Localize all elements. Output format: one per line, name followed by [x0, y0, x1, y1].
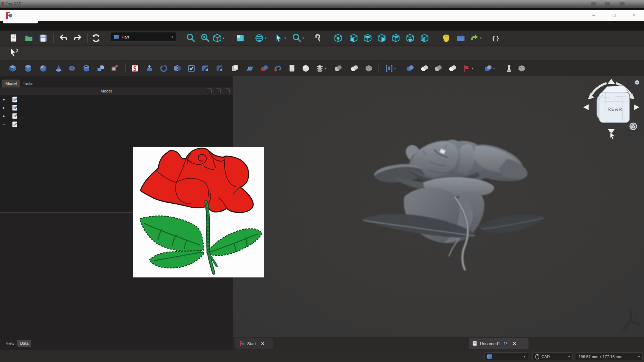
view-isometric-icon[interactable] [334, 33, 343, 43]
view-fit-all-icon[interactable] [186, 33, 196, 43]
selection-filter-icon[interactable] [8, 47, 19, 58]
part-mirror-icon[interactable] [173, 64, 182, 73]
nav-arrow-left[interactable] [583, 104, 589, 110]
part-primitives-icon[interactable] [96, 64, 105, 73]
window-minimize-button[interactable]: – [586, 10, 601, 21]
tab-tasks[interactable]: Tasks [19, 80, 36, 87]
menu-bar[interactable] [0, 21, 644, 31]
document-tab-unnamed1-1[interactable]: Unnamed1 : 1*✕ [469, 338, 529, 349]
redo-icon[interactable] [73, 33, 83, 43]
part-boolean-icon[interactable] [406, 64, 414, 73]
part-import-icon[interactable] [131, 64, 139, 73]
selection-mode-icon[interactable]: ▾ [274, 33, 286, 43]
close-icon[interactable]: ✕ [261, 341, 264, 346]
chevron-down-icon[interactable]: ▾ [302, 36, 304, 40]
part-sweep-icon[interactable] [273, 64, 282, 73]
part-offset-icon[interactable] [288, 64, 296, 73]
draw-style-icon[interactable]: ▾ [254, 33, 267, 43]
window-close-button[interactable]: × [627, 10, 641, 21]
tab-data[interactable]: Data [17, 340, 31, 347]
texture-tool-icon[interactable] [441, 33, 451, 43]
zoom-tool-icon[interactable]: ▾ [292, 33, 304, 43]
tree-item[interactable]: ▶ [0, 112, 233, 120]
overlay-window-buttons[interactable] [591, 2, 634, 5]
braces-tool-icon[interactable]: { } [491, 33, 501, 43]
view-fit-selection-icon[interactable] [200, 33, 210, 43]
tree-option-icon-2[interactable] [216, 89, 221, 93]
tab-model[interactable]: Model [2, 80, 20, 87]
part-defeaturing-icon[interactable] [364, 64, 373, 73]
measure-icon[interactable] [313, 33, 323, 43]
view-axonometric-icon[interactable]: ▾ [212, 33, 225, 43]
part-torus-icon[interactable] [68, 64, 76, 73]
part-revolve-icon[interactable] [159, 64, 168, 73]
part-cross-sections-icon[interactable]: ▾ [316, 64, 327, 73]
nav-cube-body[interactable]: REAR [597, 86, 630, 123]
nav-home-cube-icon[interactable] [630, 123, 637, 130]
tree-item[interactable]: ▶ [0, 104, 233, 112]
part-compound-b-icon[interactable] [350, 64, 359, 73]
part-compound-icon[interactable]: ▾ [385, 64, 396, 73]
tree-item[interactable]: ─ [0, 120, 233, 128]
chevron-down-icon[interactable]: ▾ [472, 67, 473, 70]
part-sphere-icon[interactable] [39, 64, 47, 73]
part-loft-icon[interactable] [260, 64, 269, 73]
part-union-icon[interactable] [434, 64, 443, 73]
part-chamfer-icon[interactable] [215, 64, 224, 73]
part-ruled-surface-icon[interactable] [230, 64, 239, 73]
part-box-gray-icon[interactable] [517, 64, 526, 73]
view-top-icon[interactable] [363, 33, 373, 43]
tree-option-icon-3[interactable] [225, 89, 230, 93]
part-compound-a-icon[interactable] [334, 64, 343, 73]
folder-tool-icon[interactable] [456, 33, 466, 43]
navigation-style-combo[interactable]: CAD ▾ [532, 352, 573, 361]
chevron-down-icon[interactable]: ▾ [493, 67, 495, 70]
document-tab-start[interactable]: Start✕ [235, 338, 273, 349]
chevron-down-icon[interactable]: ▾ [325, 67, 327, 70]
macro-run-icon[interactable]: ▾ [470, 33, 482, 43]
save-document-icon[interactable] [38, 33, 48, 43]
chevron-down-icon[interactable]: ▾ [284, 36, 286, 40]
part-cylinder-icon[interactable] [24, 64, 32, 73]
tree-item[interactable]: ▶ [0, 95, 233, 103]
part-shapebuilder-icon[interactable] [110, 64, 119, 73]
open-document-icon[interactable] [24, 33, 34, 43]
collapse-arrow-icon[interactable]: ─ [0, 122, 8, 126]
close-icon[interactable]: ✕ [513, 341, 516, 346]
part-split-icon[interactable]: ▾ [462, 64, 473, 73]
part-plane-icon[interactable] [246, 64, 254, 73]
part-cone-icon[interactable] [54, 64, 63, 73]
view-right-icon[interactable] [377, 33, 387, 43]
chevron-down-icon[interactable]: ▾ [480, 36, 482, 40]
nav-arrow-down[interactable] [608, 129, 614, 134]
undo-icon[interactable] [59, 33, 68, 43]
unit-system-combo[interactable]: ▾ [484, 352, 528, 361]
nav-arrow-up[interactable] [608, 79, 615, 84]
expand-arrow-icon[interactable]: ▶ [0, 114, 8, 118]
part-box-icon[interactable] [8, 64, 17, 73]
chevron-down-icon[interactable]: ▾ [223, 36, 225, 40]
chevron-down-icon[interactable]: ▾ [394, 67, 396, 70]
new-document-icon[interactable] [9, 33, 19, 43]
file-menu-stub[interactable] [3, 21, 38, 23]
navigation-cube[interactable]: REAR [579, 77, 644, 142]
part-common-icon[interactable] [448, 64, 457, 73]
view-rear-icon[interactable] [391, 33, 401, 43]
chevron-down-icon[interactable]: ▾ [265, 36, 267, 40]
expand-arrow-icon[interactable]: ▶ [0, 106, 8, 109]
3d-rose-model[interactable] [356, 139, 547, 273]
part-thickness-icon[interactable] [301, 64, 310, 73]
part-join-icon[interactable]: ▾ [484, 64, 495, 73]
dimension-combo[interactable]: 196.57 mm x 177.16 mm ▾ [576, 352, 643, 361]
tree-option-icon-1[interactable] [207, 89, 212, 93]
tab-view[interactable]: View [3, 340, 17, 347]
expand-arrow-icon[interactable]: ▶ [0, 98, 8, 101]
rose-image[interactable] [133, 147, 264, 277]
part-makeface-icon[interactable] [187, 64, 196, 73]
part-tube-icon[interactable] [82, 64, 91, 73]
view-left-icon[interactable] [420, 33, 430, 43]
view-bottom-icon[interactable] [405, 33, 415, 43]
view-sync-icon[interactable] [236, 33, 245, 43]
part-extrude-icon[interactable] [145, 64, 154, 73]
window-maximize-button[interactable]: □ [607, 10, 621, 21]
